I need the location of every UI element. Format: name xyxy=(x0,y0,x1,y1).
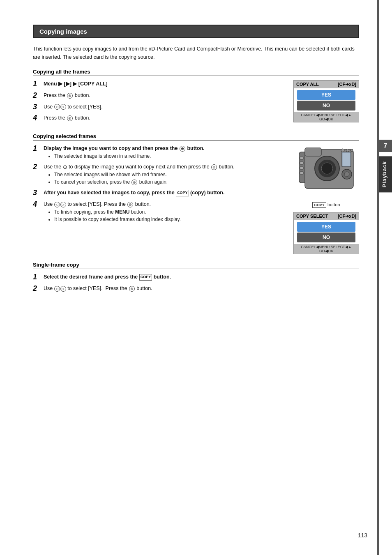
step-s-1-content: Display the image you want to copy and t… xyxy=(44,145,205,160)
svg-point-10 xyxy=(341,149,344,152)
single-frame-step-2: 2 Use ◁▷ to select [YES]. Press the ⊛ bu… xyxy=(33,285,359,293)
scroll-left: ◁ xyxy=(54,104,60,110)
svg-point-5 xyxy=(321,163,333,174)
step-s-2-bullets: The selected images will be shown with r… xyxy=(48,171,235,186)
copy-all-step-3: 3 Use ◁▷ to select [YES]. xyxy=(33,103,285,111)
copy-all-step-2: 2 Press the ⊛ button. xyxy=(33,92,285,100)
copy-select-yes-button: YES xyxy=(297,222,355,232)
step-number-3: 3 xyxy=(33,103,40,111)
step-2-content: Press the ⊛ button. xyxy=(44,92,90,99)
copy-selected-step-4: 4 Use ◁▷ to select [YES]. Press the ⊛ bu… xyxy=(33,200,285,223)
section-intro: This function lets you copy images to an… xyxy=(33,45,359,61)
svg-rect-15 xyxy=(300,167,303,169)
chapter-tab: Playback xyxy=(379,156,392,192)
copy-all-step-1: 1 Menu ▶ [▶] ▶ [COPY ALL] xyxy=(33,80,285,88)
chapter-number: 7 xyxy=(379,140,392,152)
svg-rect-16 xyxy=(300,172,303,174)
copy-all-header-right: [CF➔xD] xyxy=(338,82,356,87)
ok-btn-sf: ⊛ xyxy=(129,286,135,292)
step-s-number-2: 2 xyxy=(33,163,40,171)
scroll-right-sf: ▷ xyxy=(60,286,66,292)
copy-all-footer: CANCEL◀MENU SELECT◀▲ GO◀OK xyxy=(294,112,359,122)
svg-point-9 xyxy=(344,172,349,177)
step-sf-1-content: Select the desired frame and press the C… xyxy=(44,273,171,281)
scroll-icons: ◁▷ xyxy=(54,104,66,110)
page-number: 113 xyxy=(358,532,367,539)
step-s-3-content: After you have selected the images to co… xyxy=(44,189,224,197)
step-3-content: Use ◁▷ to select [YES]. xyxy=(44,103,103,111)
right-stripe xyxy=(377,0,379,555)
copy-all-ui-box: COPY ALL [CF➔xD] YES NO CANCEL◀MENU SELE… xyxy=(293,80,359,122)
step-sf-2-content: Use ◁▷ to select [YES]. Press the ⊛ butt… xyxy=(44,285,152,292)
step-4-content: Press the ⊛ button. xyxy=(44,114,90,122)
copy-all-step-4: 4 Press the ⊛ button. xyxy=(33,114,285,122)
svg-rect-7 xyxy=(343,153,350,166)
copy-selected-step-3: 3 After you have selected the images to … xyxy=(33,189,285,197)
copy-selected-heading: Copying selected frames xyxy=(33,133,359,140)
ok-btn-s1: ⊛ xyxy=(180,146,185,152)
copy-all-heading: Copying all the frames xyxy=(33,69,359,76)
copy-all-section: 1 Menu ▶ [▶] ▶ [COPY ALL] 2 Press the ⊛ … xyxy=(33,80,359,126)
single-frame-heading: Single-frame copy xyxy=(33,262,359,269)
step-number-4: 4 xyxy=(33,114,40,122)
scroll-wheel-icon: ⊙ xyxy=(63,164,67,170)
ok-button-icon-2: ⊛ xyxy=(67,115,73,121)
copy-select-header-left: COPY SELECT xyxy=(296,214,328,219)
ok-btn-s2b: ⊛ xyxy=(131,180,137,185)
copy-all-header-left: COPY ALL xyxy=(296,82,319,87)
scroll-right-2: ▷ xyxy=(60,202,66,207)
ok-btn-s4: ⊛ xyxy=(127,202,133,207)
step-number-1: 1 xyxy=(33,80,40,88)
step-s-number-4: 4 xyxy=(33,200,40,209)
copy-icon-sf: COPY xyxy=(139,274,152,281)
copy-all-yes-button: YES xyxy=(297,90,355,100)
copy-select-header: COPY SELECT [CF➔xD] xyxy=(294,212,359,220)
ok-btn-s2: ⊛ xyxy=(211,164,217,170)
scroll-right: ▷ xyxy=(60,104,66,110)
copy-all-ui-header: COPY ALL [CF➔xD] xyxy=(294,81,359,88)
copy-select-no-button: NO xyxy=(297,233,355,242)
copy-selected-section: 1 Display the image you want to copy and… xyxy=(33,145,359,254)
step-s-2-content: Use the ⊙ to display the image you want … xyxy=(44,163,235,186)
camera-illustration xyxy=(293,145,359,198)
step-s-number-3: 3 xyxy=(33,189,40,197)
step-s-4-bullets: To finish copying, press the MENU button… xyxy=(48,208,181,223)
step-number-2: 2 xyxy=(33,92,40,100)
copy-select-footer: CANCEL◀MENU SELECT◀▲ GO◀OK xyxy=(294,244,359,254)
step-sf-number-1: 1 xyxy=(33,273,40,281)
step-s-number-1: 1 xyxy=(33,145,40,153)
step-sf-number-2: 2 xyxy=(33,285,40,293)
step-s-1-bullets: The selected image is shown in a red fra… xyxy=(48,152,205,160)
ok-button-icon: ⊛ xyxy=(67,93,73,99)
copy-all-no-button: NO xyxy=(297,101,355,111)
button-word: button xyxy=(327,202,340,207)
copy-all-steps: 1 Menu ▶ [▶] ▶ [COPY ALL] 2 Press the ⊛ … xyxy=(33,80,285,126)
scroll-left-sf: ◁ xyxy=(54,286,60,292)
page-container: 7 Playback Copying images This function … xyxy=(0,0,392,555)
scroll-icons-sf: ◁▷ xyxy=(54,286,66,292)
copy-selected-step-1: 1 Display the image you want to copy and… xyxy=(33,145,285,160)
single-frame-steps: 1 Select the desired frame and press the… xyxy=(33,273,359,293)
svg-point-12 xyxy=(350,149,353,152)
scroll-left-2: ◁ xyxy=(54,202,60,207)
copy-button-label: COPY button xyxy=(312,202,340,207)
copy-selected-step-2: 2 Use the ⊙ to display the image you wan… xyxy=(33,163,285,186)
svg-point-11 xyxy=(346,149,349,152)
copy-icon: COPY xyxy=(176,190,189,196)
copy-select-header-right: [CF➔xD] xyxy=(338,214,356,219)
copy-select-ui-box: COPY SELECT [CF➔xD] YES NO CANCEL◀MENU S… xyxy=(293,212,359,254)
scroll-icons-2: ◁▷ xyxy=(54,202,66,207)
single-frame-step-1: 1 Select the desired frame and press the… xyxy=(33,273,359,281)
copy-icon-label: COPY xyxy=(312,202,326,208)
section-header: Copying images xyxy=(33,25,359,38)
step-s-4-content: Use ◁▷ to select [YES]. Press the ⊛ butt… xyxy=(44,200,181,223)
svg-rect-14 xyxy=(300,162,303,164)
svg-rect-13 xyxy=(300,157,303,159)
svg-rect-2 xyxy=(305,148,321,156)
copy-all-ui-area: COPY ALL [CF➔xD] YES NO CANCEL◀MENU SELE… xyxy=(293,80,359,126)
copy-selected-steps: 1 Display the image you want to copy and… xyxy=(33,145,285,254)
copy-selected-ui-area: COPY button COPY SELECT [CF➔xD] YES NO C… xyxy=(293,145,359,254)
step-1-content: Menu ▶ [▶] ▶ [COPY ALL] xyxy=(44,80,108,88)
